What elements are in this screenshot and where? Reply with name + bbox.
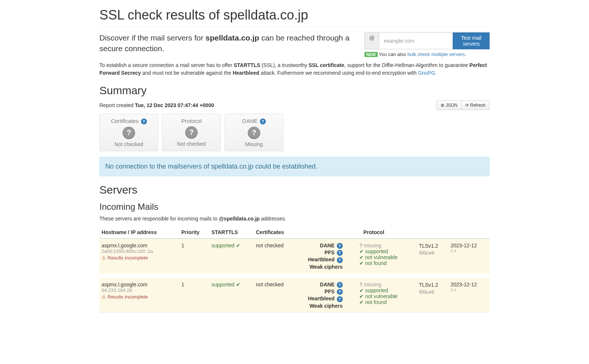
starttls-value: supported ✔ xyxy=(209,276,254,312)
help-icon[interactable]: ? xyxy=(337,250,343,256)
servers-heading: Servers xyxy=(99,184,490,196)
help-icon[interactable]: ? xyxy=(337,257,343,263)
dane-value: missing xyxy=(364,282,381,287)
ip-address: 2a00:1450:400c:c00::1a xyxy=(102,248,177,254)
card-title-label: DANE xyxy=(242,118,258,124)
warning-icon xyxy=(102,294,107,300)
dane-value: missing xyxy=(364,243,381,248)
card-status-label: Missing xyxy=(228,141,280,147)
pfs-label: PFS ? xyxy=(299,289,342,295)
check-icon xyxy=(359,293,365,299)
check-icon: ✔ xyxy=(236,243,240,248)
dane-label: DANE ? xyxy=(299,243,342,249)
heartbleed-value: not vulnerable xyxy=(365,254,398,260)
gnupg-link[interactable]: GnuPG xyxy=(418,70,435,76)
card-title-label: Protocol xyxy=(165,118,218,124)
table-row: aspmx.l.google.com 2a00:1450:400c:c00::1… xyxy=(99,238,490,276)
card-status-label: Not checked xyxy=(165,141,218,147)
incoming-heading: Incoming Mails xyxy=(99,202,490,212)
check-icon xyxy=(359,254,365,260)
col-starttls: STARTTLS xyxy=(209,226,254,238)
check-icon xyxy=(359,248,365,254)
report-created: Report created Tue, 12 Dec 2023 07:47:44… xyxy=(99,102,214,108)
hostname: aspmx.l.google.com xyxy=(102,243,177,248)
refresh-icon: ⟳ xyxy=(465,103,470,108)
summary-heading: Summary xyxy=(99,84,490,97)
connection-alert: No connection to the mailservers of spel… xyxy=(99,157,490,176)
help-icon[interactable]: ? xyxy=(337,289,343,295)
pfs-label: PFS ? xyxy=(299,250,342,256)
title-divider xyxy=(99,26,490,27)
certs-value: not checked xyxy=(254,276,297,312)
card-protocol[interactable]: Protocol ? Not checked xyxy=(162,114,221,151)
help-icon[interactable]: ? xyxy=(337,282,343,288)
results-incomplete-warning: Results incomplete xyxy=(102,294,177,300)
heartbleed-label: Heartbleed ? xyxy=(299,257,342,263)
results-incomplete-warning: Results incomplete xyxy=(102,255,177,261)
col-hostname: Hostname / IP address xyxy=(99,226,179,238)
priority-value: 1 xyxy=(179,276,209,312)
priority-value: 1 xyxy=(179,238,209,276)
json-button[interactable]: ⊕ JSON xyxy=(437,100,461,110)
col-protocol: Protocol xyxy=(297,226,417,238)
ip-address: 64.233.184.26 xyxy=(102,287,177,293)
intro-paragraph: To establish a secure connection a mail … xyxy=(99,61,490,77)
check-date: 2023-12-12 xyxy=(451,243,487,248)
card-certificates[interactable]: Certificates ? ? Not checked xyxy=(99,114,158,151)
ssl-version: SSLv3 xyxy=(419,250,446,257)
domain-input[interactable] xyxy=(379,32,453,49)
at-addon: @ xyxy=(364,32,379,49)
check-icon: ✔ xyxy=(236,282,240,287)
tls-version: TLSv1.2 xyxy=(419,282,446,289)
col-certificates: Certificates xyxy=(254,226,297,238)
servers-table: Hostname / IP address Priority STARTTLS … xyxy=(99,226,490,313)
dane-label: DANE ? xyxy=(299,282,342,288)
incoming-desc: These servers are responsible for incomi… xyxy=(99,215,490,223)
hostname: aspmx.l.google.com xyxy=(102,282,177,287)
weak-ciphers-label: Weak ciphers xyxy=(299,264,342,270)
heartbleed-label: Heartbleed ? xyxy=(299,296,342,302)
check-duration: 1 s xyxy=(451,248,487,253)
question-icon xyxy=(359,282,364,287)
bulk-check-line: NEW You can also bulk check multiple ser… xyxy=(364,52,490,57)
page-title: SSL check results of spelldata.co.jp xyxy=(99,7,490,23)
question-icon: ? xyxy=(123,127,135,139)
heartbleed-value: not vulnerable xyxy=(365,293,398,299)
help-icon[interactable]: ? xyxy=(337,243,343,249)
lead-paragraph: Discover if the mail servers for spellda… xyxy=(99,32,353,54)
check-icon xyxy=(359,260,365,266)
col-priority: Priority xyxy=(179,226,209,238)
help-icon[interactable]: ? xyxy=(337,296,343,302)
download-icon: ⊕ xyxy=(441,103,445,108)
check-icon xyxy=(359,299,365,305)
card-dane[interactable]: DANE ? ? Missing xyxy=(225,114,283,151)
domain-search-group: @ Test mail servers xyxy=(364,32,490,49)
check-date: 2023-12-12 xyxy=(451,282,487,287)
check-duration: 1 s xyxy=(451,287,487,292)
card-status-label: Not checked xyxy=(103,141,155,147)
question-icon xyxy=(359,243,364,248)
weak-ciphers-label: Weak ciphers xyxy=(299,303,342,309)
check-icon xyxy=(359,287,365,293)
question-icon: ? xyxy=(185,126,198,139)
ssl-version: SSLv3 xyxy=(419,289,446,296)
tls-version: TLSv1.2 xyxy=(419,243,446,250)
question-icon: ? xyxy=(248,127,260,139)
starttls-value: supported ✔ xyxy=(209,238,254,276)
bulk-check-link[interactable]: bulk check multiple servers xyxy=(408,52,465,57)
refresh-button[interactable]: ⟳ Refresh xyxy=(462,100,490,110)
weak-ciphers-value: not found xyxy=(365,299,387,305)
card-title-label: Certificates xyxy=(111,118,138,124)
help-icon[interactable]: ? xyxy=(141,119,147,124)
help-icon[interactable]: ? xyxy=(260,119,266,124)
warning-icon xyxy=(102,255,107,261)
pfs-value: supported xyxy=(365,248,388,254)
table-row: aspmx.l.google.com 64.233.184.26 Results… xyxy=(99,276,490,312)
certs-value: not checked xyxy=(254,238,297,276)
weak-ciphers-value: not found xyxy=(365,260,387,266)
new-badge: NEW xyxy=(364,52,378,57)
pfs-value: supported xyxy=(365,287,388,293)
test-mail-servers-button[interactable]: Test mail servers xyxy=(453,32,490,49)
